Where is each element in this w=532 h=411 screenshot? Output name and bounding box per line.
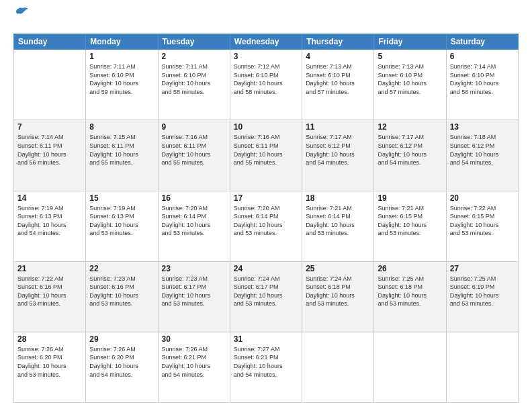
cell-info: Sunrise: 7:21 AMSunset: 6:14 PMDaylight:… xyxy=(306,204,370,238)
day-number: 20 xyxy=(450,193,515,203)
calendar-week-row: 14Sunrise: 7:19 AMSunset: 6:13 PMDayligh… xyxy=(14,191,519,261)
cell-info: Sunrise: 7:13 AMSunset: 6:10 PMDaylight:… xyxy=(378,62,442,96)
calendar-cell xyxy=(14,50,86,120)
cell-info: Sunrise: 7:22 AMSunset: 6:16 PMDaylight:… xyxy=(17,275,82,308)
cell-info: Sunrise: 7:25 AMSunset: 6:19 PMDaylight:… xyxy=(450,275,515,308)
calendar-cell: 17Sunrise: 7:20 AMSunset: 6:14 PMDayligh… xyxy=(230,191,302,261)
cell-info: Sunrise: 7:21 AMSunset: 6:15 PMDaylight:… xyxy=(378,204,442,238)
day-number: 9 xyxy=(162,122,226,132)
calendar-cell: 9Sunrise: 7:16 AMSunset: 6:11 PMDaylight… xyxy=(158,120,230,191)
calendar-cell: 5Sunrise: 7:13 AMSunset: 6:10 PMDaylight… xyxy=(374,50,446,120)
cell-info: Sunrise: 7:14 AMSunset: 6:11 PMDaylight:… xyxy=(17,133,82,167)
calendar-cell: 6Sunrise: 7:14 AMSunset: 6:10 PMDaylight… xyxy=(446,50,518,120)
cell-info: Sunrise: 7:20 AMSunset: 6:14 PMDaylight:… xyxy=(234,204,298,238)
day-number: 16 xyxy=(162,193,226,203)
calendar-cell: 27Sunrise: 7:25 AMSunset: 6:19 PMDayligh… xyxy=(446,261,518,332)
day-number: 21 xyxy=(17,264,82,273)
calendar-cell: 13Sunrise: 7:18 AMSunset: 6:12 PMDayligh… xyxy=(446,120,518,191)
calendar-header-saturday: Saturday xyxy=(446,34,518,50)
cell-info: Sunrise: 7:16 AMSunset: 6:11 PMDaylight:… xyxy=(162,133,226,167)
cell-info: Sunrise: 7:24 AMSunset: 6:18 PMDaylight:… xyxy=(306,275,370,308)
logo xyxy=(13,11,30,27)
calendar-cell: 10Sunrise: 7:16 AMSunset: 6:11 PMDayligh… xyxy=(230,120,302,191)
calendar-cell: 20Sunrise: 7:22 AMSunset: 6:15 PMDayligh… xyxy=(446,191,518,261)
day-number: 28 xyxy=(17,334,82,344)
calendar-header-friday: Friday xyxy=(374,34,446,50)
day-number: 14 xyxy=(17,193,82,203)
day-number: 3 xyxy=(234,52,298,61)
cell-info: Sunrise: 7:18 AMSunset: 6:12 PMDaylight:… xyxy=(450,133,515,167)
day-number: 4 xyxy=(306,52,370,61)
day-number: 2 xyxy=(162,52,226,61)
day-number: 11 xyxy=(306,122,370,132)
day-number: 27 xyxy=(450,264,515,273)
day-number: 17 xyxy=(234,193,298,203)
day-number: 12 xyxy=(378,122,442,132)
day-number: 22 xyxy=(89,264,154,273)
calendar-week-row: 21Sunrise: 7:22 AMSunset: 6:16 PMDayligh… xyxy=(14,261,519,332)
calendar-header-thursday: Thursday xyxy=(302,34,374,50)
cell-info: Sunrise: 7:12 AMSunset: 6:10 PMDaylight:… xyxy=(234,62,298,96)
calendar-cell: 29Sunrise: 7:26 AMSunset: 6:20 PMDayligh… xyxy=(86,332,158,402)
calendar-cell xyxy=(302,332,374,402)
calendar-header-wednesday: Wednesday xyxy=(230,34,302,50)
cell-info: Sunrise: 7:23 AMSunset: 6:17 PMDaylight:… xyxy=(162,275,226,308)
calendar-week-row: 7Sunrise: 7:14 AMSunset: 6:11 PMDaylight… xyxy=(14,120,519,191)
calendar-cell xyxy=(446,332,518,402)
calendar-cell: 4Sunrise: 7:13 AMSunset: 6:10 PMDaylight… xyxy=(302,50,374,120)
calendar-cell xyxy=(374,332,446,402)
calendar-cell: 3Sunrise: 7:12 AMSunset: 6:10 PMDaylight… xyxy=(230,50,302,120)
calendar-header-sunday: Sunday xyxy=(14,34,86,50)
cell-info: Sunrise: 7:13 AMSunset: 6:10 PMDaylight:… xyxy=(306,62,370,96)
day-number: 31 xyxy=(234,334,298,344)
day-number: 7 xyxy=(17,122,82,132)
day-number: 24 xyxy=(234,264,298,273)
cell-info: Sunrise: 7:19 AMSunset: 6:13 PMDaylight:… xyxy=(17,204,82,238)
day-number: 6 xyxy=(450,52,515,61)
day-number: 19 xyxy=(378,193,442,203)
calendar-cell: 7Sunrise: 7:14 AMSunset: 6:11 PMDaylight… xyxy=(14,120,86,191)
cell-info: Sunrise: 7:24 AMSunset: 6:17 PMDaylight:… xyxy=(234,275,298,308)
calendar-week-row: 28Sunrise: 7:26 AMSunset: 6:20 PMDayligh… xyxy=(14,332,519,402)
cell-info: Sunrise: 7:26 AMSunset: 6:21 PMDaylight:… xyxy=(162,345,226,379)
cell-info: Sunrise: 7:25 AMSunset: 6:18 PMDaylight:… xyxy=(378,275,442,308)
cell-info: Sunrise: 7:14 AMSunset: 6:10 PMDaylight:… xyxy=(450,62,515,96)
day-number: 30 xyxy=(162,334,226,344)
day-number: 18 xyxy=(306,193,370,203)
day-number: 15 xyxy=(89,193,154,203)
day-number: 5 xyxy=(378,52,442,61)
day-number: 13 xyxy=(450,122,515,132)
cell-info: Sunrise: 7:16 AMSunset: 6:11 PMDaylight:… xyxy=(234,133,298,167)
cell-info: Sunrise: 7:23 AMSunset: 6:16 PMDaylight:… xyxy=(89,275,154,308)
calendar-cell: 22Sunrise: 7:23 AMSunset: 6:16 PMDayligh… xyxy=(86,261,158,332)
calendar-cell: 11Sunrise: 7:17 AMSunset: 6:12 PMDayligh… xyxy=(302,120,374,191)
page: SundayMondayTuesdayWednesdayThursdayFrid… xyxy=(0,0,532,411)
calendar-cell: 31Sunrise: 7:27 AMSunset: 6:21 PMDayligh… xyxy=(230,332,302,402)
calendar-header-monday: Monday xyxy=(86,34,158,50)
logo-bird-icon xyxy=(15,5,30,17)
day-number: 1 xyxy=(89,52,154,61)
calendar-cell: 21Sunrise: 7:22 AMSunset: 6:16 PMDayligh… xyxy=(14,261,86,332)
cell-info: Sunrise: 7:26 AMSunset: 6:20 PMDaylight:… xyxy=(89,345,154,379)
cell-info: Sunrise: 7:17 AMSunset: 6:12 PMDaylight:… xyxy=(306,133,370,167)
cell-info: Sunrise: 7:26 AMSunset: 6:20 PMDaylight:… xyxy=(17,345,82,379)
cell-info: Sunrise: 7:11 AMSunset: 6:10 PMDaylight:… xyxy=(162,62,226,96)
header xyxy=(13,11,519,27)
calendar-cell: 23Sunrise: 7:23 AMSunset: 6:17 PMDayligh… xyxy=(158,261,230,332)
day-number: 23 xyxy=(162,264,226,273)
calendar-cell: 12Sunrise: 7:17 AMSunset: 6:12 PMDayligh… xyxy=(374,120,446,191)
cell-info: Sunrise: 7:17 AMSunset: 6:12 PMDaylight:… xyxy=(378,133,442,167)
cell-info: Sunrise: 7:27 AMSunset: 6:21 PMDaylight:… xyxy=(234,345,298,379)
cell-info: Sunrise: 7:19 AMSunset: 6:13 PMDaylight:… xyxy=(89,204,154,238)
calendar-cell: 24Sunrise: 7:24 AMSunset: 6:17 PMDayligh… xyxy=(230,261,302,332)
day-number: 8 xyxy=(89,122,154,132)
day-number: 26 xyxy=(378,264,442,273)
cell-info: Sunrise: 7:20 AMSunset: 6:14 PMDaylight:… xyxy=(162,204,226,238)
calendar-cell: 8Sunrise: 7:15 AMSunset: 6:11 PMDaylight… xyxy=(86,120,158,191)
cell-info: Sunrise: 7:11 AMSunset: 6:10 PMDaylight:… xyxy=(89,62,154,96)
calendar-header-row: SundayMondayTuesdayWednesdayThursdayFrid… xyxy=(14,34,519,50)
calendar-cell: 26Sunrise: 7:25 AMSunset: 6:18 PMDayligh… xyxy=(374,261,446,332)
calendar-cell: 28Sunrise: 7:26 AMSunset: 6:20 PMDayligh… xyxy=(14,332,86,402)
calendar-week-row: 1Sunrise: 7:11 AMSunset: 6:10 PMDaylight… xyxy=(14,50,519,120)
day-number: 29 xyxy=(89,334,154,344)
